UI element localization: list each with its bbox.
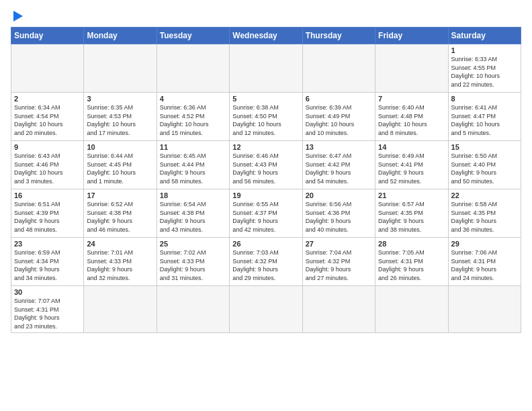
calendar-day-cell: 5Sunrise: 6:38 AM Sunset: 4:50 PM Daylig…	[230, 93, 302, 141]
day-info: Sunrise: 7:03 AM Sunset: 4:32 PM Dayligh…	[232, 248, 299, 282]
calendar-day-cell	[84, 286, 157, 333]
weekday-header: Thursday	[302, 28, 375, 44]
calendar-day-cell: 24Sunrise: 7:01 AM Sunset: 4:33 PM Dayli…	[84, 238, 157, 286]
calendar-day-cell	[230, 286, 302, 333]
day-number: 2	[14, 95, 81, 103]
calendar-day-cell: 26Sunrise: 7:03 AM Sunset: 4:32 PM Dayli…	[230, 238, 302, 286]
calendar-day-cell: 20Sunrise: 6:56 AM Sunset: 4:36 PM Dayli…	[302, 189, 375, 238]
calendar-day-cell: 18Sunrise: 6:54 AM Sunset: 4:38 PM Dayli…	[157, 189, 229, 238]
day-number: 6	[306, 95, 372, 103]
day-number: 27	[306, 240, 372, 248]
calendar-day-cell: 6Sunrise: 6:39 AM Sunset: 4:49 PM Daylig…	[302, 93, 375, 141]
day-number: 15	[451, 143, 518, 151]
calendar-day-cell: 30Sunrise: 7:07 AM Sunset: 4:31 PM Dayli…	[11, 286, 84, 333]
day-number: 24	[87, 240, 153, 248]
day-info: Sunrise: 6:52 AM Sunset: 4:38 PM Dayligh…	[87, 200, 153, 234]
day-number: 29	[451, 240, 518, 248]
day-info: Sunrise: 6:34 AM Sunset: 4:54 PM Dayligh…	[14, 103, 81, 137]
calendar-day-cell	[448, 286, 521, 333]
day-number: 23	[14, 240, 81, 248]
weekday-header: Monday	[84, 28, 157, 44]
day-info: Sunrise: 6:59 AM Sunset: 4:34 PM Dayligh…	[14, 248, 81, 282]
calendar-day-cell: 22Sunrise: 6:58 AM Sunset: 4:35 PM Dayli…	[448, 189, 521, 238]
calendar-day-cell: 3Sunrise: 6:35 AM Sunset: 4:53 PM Daylig…	[84, 93, 157, 141]
day-number: 26	[232, 240, 299, 248]
calendar-day-cell: 8Sunrise: 6:41 AM Sunset: 4:47 PM Daylig…	[448, 93, 521, 141]
calendar-day-cell: 19Sunrise: 6:55 AM Sunset: 4:37 PM Dayli…	[230, 189, 302, 238]
day-info: Sunrise: 6:57 AM Sunset: 4:35 PM Dayligh…	[378, 200, 445, 234]
calendar-day-cell	[375, 44, 448, 93]
day-number: 11	[160, 143, 226, 151]
day-info: Sunrise: 6:50 AM Sunset: 4:40 PM Dayligh…	[451, 152, 518, 185]
weekday-header: Wednesday	[230, 28, 302, 44]
calendar-day-cell: 9Sunrise: 6:43 AM Sunset: 4:46 PM Daylig…	[11, 141, 84, 189]
calendar-day-cell	[157, 286, 229, 333]
calendar-day-cell: 23Sunrise: 6:59 AM Sunset: 4:34 PM Dayli…	[11, 238, 84, 286]
page: SundayMondayTuesdayWednesdayThursdayFrid…	[0, 0, 532, 411]
calendar-day-cell: 25Sunrise: 7:02 AM Sunset: 4:33 PM Dayli…	[157, 238, 229, 286]
day-number: 25	[160, 240, 226, 248]
weekday-header: Saturday	[448, 28, 521, 44]
logo	[11, 11, 23, 21]
calendar-day-cell: 17Sunrise: 6:52 AM Sunset: 4:38 PM Dayli…	[84, 189, 157, 238]
calendar-week-row: 23Sunrise: 6:59 AM Sunset: 4:34 PM Dayli…	[11, 238, 521, 286]
day-info: Sunrise: 6:46 AM Sunset: 4:43 PM Dayligh…	[232, 152, 299, 185]
logo-triangle-icon	[13, 11, 23, 21]
day-number: 30	[14, 288, 81, 296]
calendar-day-cell: 13Sunrise: 6:47 AM Sunset: 4:42 PM Dayli…	[302, 141, 375, 189]
calendar-week-row: 9Sunrise: 6:43 AM Sunset: 4:46 PM Daylig…	[11, 141, 521, 189]
calendar-day-cell: 15Sunrise: 6:50 AM Sunset: 4:40 PM Dayli…	[448, 141, 521, 189]
day-info: Sunrise: 6:49 AM Sunset: 4:41 PM Dayligh…	[378, 152, 445, 185]
calendar-day-cell	[11, 44, 84, 93]
day-info: Sunrise: 6:38 AM Sunset: 4:50 PM Dayligh…	[232, 103, 299, 137]
day-info: Sunrise: 6:41 AM Sunset: 4:47 PM Dayligh…	[451, 103, 518, 137]
day-number: 18	[160, 191, 226, 199]
day-info: Sunrise: 6:58 AM Sunset: 4:35 PM Dayligh…	[451, 200, 518, 234]
day-number: 19	[232, 191, 299, 199]
weekday-header: Sunday	[11, 28, 84, 44]
day-number: 17	[87, 191, 153, 199]
weekday-header: Tuesday	[157, 28, 229, 44]
calendar-header-row: SundayMondayTuesdayWednesdayThursdayFrid…	[11, 28, 521, 44]
calendar-week-row: 16Sunrise: 6:51 AM Sunset: 4:39 PM Dayli…	[11, 189, 521, 238]
calendar-day-cell: 2Sunrise: 6:34 AM Sunset: 4:54 PM Daylig…	[11, 93, 84, 141]
day-number: 22	[451, 191, 518, 199]
day-info: Sunrise: 6:36 AM Sunset: 4:52 PM Dayligh…	[160, 103, 226, 137]
day-number: 9	[14, 143, 81, 151]
day-number: 8	[451, 95, 518, 103]
day-info: Sunrise: 7:01 AM Sunset: 4:33 PM Dayligh…	[87, 248, 153, 282]
calendar-week-row: 2Sunrise: 6:34 AM Sunset: 4:54 PM Daylig…	[11, 93, 521, 141]
calendar-week-row: 30Sunrise: 7:07 AM Sunset: 4:31 PM Dayli…	[11, 286, 521, 333]
day-number: 1	[451, 46, 518, 54]
day-number: 13	[306, 143, 372, 151]
calendar-day-cell: 14Sunrise: 6:49 AM Sunset: 4:41 PM Dayli…	[375, 141, 448, 189]
day-number: 14	[378, 143, 445, 151]
day-info: Sunrise: 7:05 AM Sunset: 4:31 PM Dayligh…	[378, 248, 445, 282]
day-info: Sunrise: 6:54 AM Sunset: 4:38 PM Dayligh…	[160, 200, 226, 234]
day-number: 5	[232, 95, 299, 103]
day-number: 3	[87, 95, 153, 103]
day-info: Sunrise: 6:40 AM Sunset: 4:48 PM Dayligh…	[378, 103, 445, 137]
calendar-day-cell: 4Sunrise: 6:36 AM Sunset: 4:52 PM Daylig…	[157, 93, 229, 141]
day-info: Sunrise: 6:45 AM Sunset: 4:44 PM Dayligh…	[160, 152, 226, 185]
calendar-day-cell	[230, 44, 302, 93]
calendar-table: SundayMondayTuesdayWednesdayThursdayFrid…	[11, 27, 521, 333]
day-info: Sunrise: 6:33 AM Sunset: 4:55 PM Dayligh…	[451, 55, 518, 89]
day-number: 12	[232, 143, 299, 151]
calendar-day-cell: 16Sunrise: 6:51 AM Sunset: 4:39 PM Dayli…	[11, 189, 84, 238]
calendar-day-cell: 7Sunrise: 6:40 AM Sunset: 4:48 PM Daylig…	[375, 93, 448, 141]
calendar-day-cell: 27Sunrise: 7:04 AM Sunset: 4:32 PM Dayli…	[302, 238, 375, 286]
calendar-week-row: 1Sunrise: 6:33 AM Sunset: 4:55 PM Daylig…	[11, 44, 521, 93]
day-info: Sunrise: 6:51 AM Sunset: 4:39 PM Dayligh…	[14, 200, 81, 234]
calendar-day-cell	[84, 44, 157, 93]
calendar-day-cell	[157, 44, 229, 93]
calendar-day-cell: 12Sunrise: 6:46 AM Sunset: 4:43 PM Dayli…	[230, 141, 302, 189]
calendar-day-cell: 28Sunrise: 7:05 AM Sunset: 4:31 PM Dayli…	[375, 238, 448, 286]
day-info: Sunrise: 7:07 AM Sunset: 4:31 PM Dayligh…	[14, 297, 81, 330]
day-info: Sunrise: 6:35 AM Sunset: 4:53 PM Dayligh…	[87, 103, 153, 137]
day-info: Sunrise: 7:06 AM Sunset: 4:31 PM Dayligh…	[451, 248, 518, 282]
day-info: Sunrise: 6:43 AM Sunset: 4:46 PM Dayligh…	[14, 152, 81, 185]
day-number: 16	[14, 191, 81, 199]
day-info: Sunrise: 6:44 AM Sunset: 4:45 PM Dayligh…	[87, 152, 153, 185]
calendar-day-cell: 21Sunrise: 6:57 AM Sunset: 4:35 PM Dayli…	[375, 189, 448, 238]
